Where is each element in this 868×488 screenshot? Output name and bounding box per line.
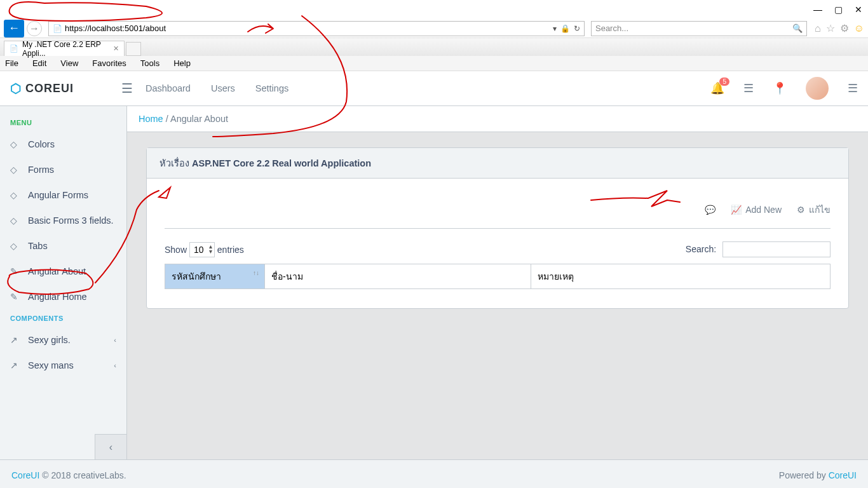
- sidebar-item-label: Angular About: [28, 266, 86, 276]
- breadcrumb: Home / Angular About: [127, 106, 868, 132]
- nav-dashboard[interactable]: Dashboard: [146, 83, 191, 93]
- lock-icon: 🔒: [560, 24, 570, 33]
- location-icon[interactable]: 📍: [773, 81, 787, 95]
- speech-icon: 💬: [705, 205, 715, 215]
- sidebar-item-label: Angular Home: [28, 292, 87, 302]
- col-name[interactable]: ชื่อ-นาม: [265, 264, 531, 289]
- drop-icon: ◇: [10, 165, 19, 175]
- menu-edit[interactable]: Edit: [32, 58, 46, 68]
- search-icon[interactable]: 🔍: [792, 24, 803, 33]
- sidebar-item-forms[interactable]: ◇Forms: [0, 157, 126, 182]
- aside-toggle[interactable]: ☰: [848, 81, 858, 95]
- search-placeholder: Search...: [595, 24, 628, 33]
- refresh-icon[interactable]: ↻: [574, 24, 580, 33]
- pencil-icon: ✎: [10, 292, 19, 302]
- drop-icon: ◇: [10, 215, 19, 226]
- list-icon[interactable]: ☰: [743, 81, 754, 95]
- dropdown-icon[interactable]: ▾: [553, 24, 557, 33]
- chevron-left-icon: ‹: [114, 362, 116, 369]
- logo-icon: ⬡: [10, 81, 22, 96]
- col-note[interactable]: หมายเหตุ: [531, 264, 830, 289]
- sidebar-item-label: Tabs: [28, 241, 48, 251]
- notifications-button[interactable]: 🔔 5: [710, 81, 724, 95]
- menu-favorites[interactable]: Favorites: [92, 58, 126, 68]
- sidebar-item-basic-forms[interactable]: ◇Basic Forms 3 fields.: [0, 208, 126, 233]
- url-text: https://localhost:5001/about: [65, 24, 166, 33]
- search-input[interactable]: [722, 241, 831, 257]
- nav-settings[interactable]: Settings: [255, 83, 288, 93]
- drop-icon: ◇: [10, 241, 19, 251]
- browser-back-button[interactable]: ←: [4, 20, 24, 37]
- brand-text: COREUI: [25, 82, 74, 95]
- datatable-search: Search:: [686, 241, 831, 257]
- nav-users[interactable]: Users: [211, 83, 235, 93]
- chevron-left-icon: ‹: [114, 336, 116, 344]
- footer-copy: © 2018 creativeLabs.: [39, 470, 126, 480]
- new-tab-button[interactable]: [126, 42, 141, 56]
- window-maximize[interactable]: ▢: [834, 5, 843, 14]
- sidebar-item-angular-forms[interactable]: ◇Angular Forms: [0, 182, 126, 208]
- feedback-icon[interactable]: ☺: [854, 23, 864, 34]
- user-avatar[interactable]: [806, 77, 829, 100]
- sort-icon: ↑↓: [253, 269, 259, 276]
- chart-line-icon: 📈: [731, 205, 742, 215]
- window-close[interactable]: ✕: [854, 5, 863, 14]
- data-table: รหัสนักศึกษา↑↓ ชื่อ-นาม หมายเหตุ: [165, 264, 831, 289]
- window-minimize[interactable]: —: [813, 5, 822, 14]
- footer-powered-link[interactable]: CoreUI: [829, 470, 857, 480]
- brand-logo[interactable]: ⬡ COREUI: [10, 81, 109, 96]
- card-title: ASP.NET Core 2.2 Real world Application: [192, 158, 371, 168]
- page-icon: 📄: [53, 24, 62, 33]
- tools-icon[interactable]: ⚙: [840, 22, 849, 34]
- sidebar-item-label: Colors: [28, 139, 55, 149]
- footer-brand-link[interactable]: CoreUI: [11, 470, 39, 480]
- card-header: หัวเรื่อง ASP.NET Core 2.2 Real world Ap…: [147, 148, 848, 179]
- notification-badge: 5: [719, 78, 729, 86]
- sidebar-heading-menu: MENU: [0, 114, 126, 132]
- sidebar-heading-components: COMPONENTS: [0, 309, 126, 327]
- menu-file[interactable]: File: [5, 58, 18, 68]
- breadcrumb-home[interactable]: Home: [139, 114, 163, 124]
- breadcrumb-current: Angular About: [170, 114, 228, 124]
- menu-help[interactable]: Help: [173, 58, 191, 68]
- cursor-icon: ↗: [10, 335, 19, 345]
- drop-icon: ◇: [10, 190, 19, 200]
- sidebar-item-tabs[interactable]: ◇Tabs: [0, 233, 126, 259]
- sidebar-toggle[interactable]: ☰: [121, 81, 133, 96]
- drop-icon: ◇: [10, 139, 19, 149]
- edit-button[interactable]: ⚙แก้ไข: [797, 203, 831, 217]
- add-new-button[interactable]: 📈Add New: [731, 203, 782, 217]
- sidebar-item-angular-home[interactable]: ✎Angular Home: [0, 284, 126, 309]
- sidebar-item-colors[interactable]: ◇Colors: [0, 132, 126, 157]
- menu-view[interactable]: View: [60, 58, 78, 68]
- sidebar-item-label: Forms: [28, 165, 54, 175]
- cursor-icon: ↗: [10, 360, 19, 370]
- gear-icon: ⚙: [797, 205, 805, 215]
- sidebar-item-label: Angular Forms: [28, 190, 88, 200]
- pencil-icon: ✎: [10, 266, 19, 276]
- tab-close-icon[interactable]: ✕: [113, 44, 119, 53]
- comment-button[interactable]: 💬: [705, 203, 715, 217]
- datatable-length: Show 10 ▴▾ entries: [165, 242, 244, 257]
- address-bar[interactable]: 📄 https://localhost:5001/about ▾ 🔒 ↻: [48, 21, 585, 36]
- browser-tab[interactable]: 📄 My .NET Core 2.2 ERP Appli... ✕: [4, 41, 125, 56]
- browser-forward-button[interactable]: →: [27, 21, 42, 36]
- home-icon[interactable]: ⌂: [815, 23, 821, 34]
- tab-title: My .NET Core 2.2 ERP Appli...: [22, 40, 109, 58]
- sidebar-item-sexy-girls[interactable]: ↗Sexy girls.‹: [0, 327, 126, 353]
- tab-favicon: 📄: [10, 44, 18, 53]
- col-student-id[interactable]: รหัสนักศึกษา↑↓: [165, 264, 265, 289]
- sidebar-item-label: Sexy girls.: [28, 335, 71, 345]
- length-select[interactable]: 10: [189, 242, 215, 257]
- sidebar-item-label: Basic Forms 3 fields.: [28, 215, 114, 226]
- sidebar-item-label: Sexy mans: [28, 360, 74, 370]
- sidebar-minimizer[interactable]: ‹: [95, 434, 126, 459]
- favorites-icon[interactable]: ☆: [826, 22, 835, 34]
- menu-tools[interactable]: Tools: [140, 58, 159, 68]
- sidebar-item-angular-about[interactable]: ✎Angular About: [0, 259, 126, 284]
- sidebar-item-sexy-mans[interactable]: ↗Sexy mans‹: [0, 353, 126, 378]
- browser-search-input[interactable]: Search... 🔍: [591, 21, 807, 36]
